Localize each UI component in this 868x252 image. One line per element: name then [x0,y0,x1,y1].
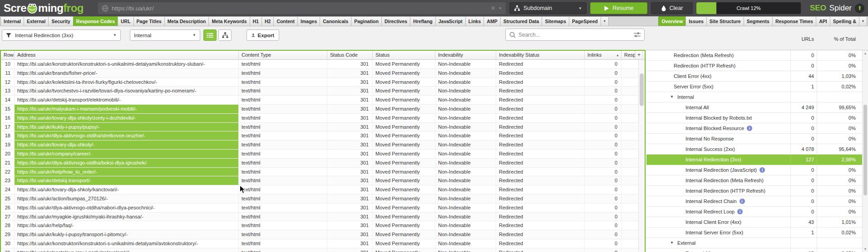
indexability-status-cell[interactable]: Redirected [496,213,585,221]
inlinks-cell[interactable]: 0 [585,239,621,248]
row-number-cell[interactable]: 20 [1,150,15,158]
overview-item-internal-blocked-by-robots-txt[interactable]: Internal Blocked by Robots.txt00% [646,113,862,123]
content-type-cell[interactable]: text/html [239,176,327,185]
tab-api[interactable]: API [816,16,830,26]
content-type-cell[interactable]: text/html [239,114,327,122]
content-type-cell[interactable]: text/html [239,168,327,176]
tab-spelling[interactable]: Spelling & [830,16,859,26]
inlinks-cell[interactable]: 0 [585,168,621,176]
content-type-cell[interactable]: text/html [239,221,327,230]
table-scrollbar-thumb[interactable] [640,73,644,106]
scroll-up-icon[interactable]: ▲ [863,52,868,55]
indexability-status-cell[interactable]: Redirected [496,239,585,248]
address-cell[interactable]: https://bi.ua/ukr/malyukam-i-mamam/podve… [15,105,239,113]
indexability-status-cell[interactable]: Redirected [496,248,585,252]
address-cell[interactable]: https://bi.ua/ukr/myagkie-igrushki/myaki… [15,213,239,221]
content-type-cell[interactable]: text/html [239,204,327,212]
status-cell[interactable]: Moved Permanently [373,204,435,212]
indexability-cell[interactable]: Non-Indexable [435,239,496,248]
url-bar[interactable]: ✕ ▼ [98,2,506,14]
status-cell[interactable]: Moved Permanently [373,213,435,221]
info-icon[interactable]: i [760,167,765,173]
tab-response-times[interactable]: Response Times [772,16,816,26]
row-number-cell[interactable]: 14 [1,96,15,104]
row-number-cell[interactable]: 12 [1,78,15,87]
indexability-cell[interactable]: Non-Indexable [435,114,496,122]
address-cell[interactable]: https://bi.ua/ukr/detskij-transport/elek… [15,96,239,104]
overview-item-internal-redirection-meta-refresh[interactable]: Internal Redirection (Meta Refresh)00% [646,175,862,186]
inlinks-cell[interactable]: 0 [585,131,621,140]
indexability-cell[interactable]: Non-Indexable [435,131,496,140]
table-row[interactable]: 24https://bi.ua/ukr/tovary-dlja-shkoly/k… [1,185,645,194]
list-view-button[interactable] [203,29,217,41]
row-number-cell[interactable]: 15 [1,105,15,113]
status-code-cell[interactable]: 301 [327,248,373,252]
status-code-cell[interactable]: 301 [327,230,373,239]
overview-item-internal-redirection-javascript[interactable]: Internal Redirection (JavaScript)i00% [646,165,862,175]
status-cell[interactable]: Moved Permanently [373,78,435,87]
content-type-cell[interactable]: text/html [239,150,327,158]
indexability-cell[interactable]: Non-Indexable [435,221,496,230]
status-code-cell[interactable]: 301 [327,213,373,221]
indexability-cell[interactable]: Non-Indexable [435,176,496,185]
address-cell[interactable]: https://bi.ua/ukr/tvorchestvo-i-razvitie… [15,87,239,95]
inlinks-cell[interactable]: 0 [585,150,621,158]
address-cell[interactable]: https://bi.ua/ukr/kolektsiini-ta-ihrovi-… [15,78,239,87]
table-row[interactable]: 16https://bi.ua/ukr/tovary-dlja-shkoly/z… [1,114,645,123]
column-header-status-code[interactable]: Status Code [327,51,373,60]
indexability-cell[interactable]: Non-Indexable [435,123,496,131]
status-cell[interactable]: Moved Permanently [373,96,435,104]
info-icon[interactable]: i [737,209,743,214]
table-row[interactable]: 27https://bi.ua/ukr/myagkie-igrushki/mya… [1,213,645,222]
indexability-status-cell[interactable]: Redirected [496,230,585,239]
overview-item-internal-all[interactable]: Internal All4 24999,65% [646,102,862,113]
status-code-cell[interactable]: 301 [327,69,373,78]
status-code-cell[interactable]: 301 [327,159,373,167]
status-cell[interactable]: Moved Permanently [373,87,435,95]
row-number-cell[interactable]: 24 [1,185,15,194]
status-code-cell[interactable]: 301 [327,194,373,203]
indexability-cell[interactable]: Non-Indexable [435,105,496,113]
indexability-cell[interactable]: Non-Indexable [435,213,496,221]
tree-view-button[interactable] [218,29,232,41]
status-code-cell[interactable]: 301 [327,176,373,185]
tab-security[interactable]: Security [48,16,73,26]
column-header-inlinks[interactable]: Inlinks▲ [585,51,621,60]
content-type-cell[interactable]: text/html [239,123,327,131]
content-type-cell[interactable]: text/html [239,105,327,113]
status-code-cell[interactable]: 301 [327,204,373,212]
status-code-cell[interactable]: 301 [327,114,373,122]
indexability-cell[interactable]: Non-Indexable [435,87,496,95]
status-cell[interactable]: Moved Permanently [373,141,435,149]
status-cell[interactable]: Moved Permanently [373,194,435,203]
overview-item-redirection-meta-refresh[interactable]: Redirection (Meta Refresh)00% [646,50,862,61]
address-cell[interactable]: https://bi.ua/ukr/konstruktori/konstrukt… [15,239,239,248]
overview-item-internal-no-response[interactable]: Internal No Response00% [646,134,862,144]
table-row[interactable]: 15https://bi.ua/ukr/malyukam-i-mamam/pod… [1,105,645,114]
tab-amp[interactable]: AMP [483,16,500,26]
overview-item-client-error-4xx[interactable]: Client Error (4xx)441,03% [646,71,862,82]
row-number-cell[interactable]: 31 [1,248,15,252]
tab-pagespeed[interactable]: PageSpeed [569,16,601,26]
indexability-cell[interactable]: Non-Indexable [435,78,496,87]
status-cell[interactable]: Moved Permanently [373,123,435,131]
indexability-cell[interactable]: Non-Indexable [435,159,496,167]
table-row[interactable]: 18https://bi.ua/ukr/dlya-aktivnogo-otdih… [1,131,645,141]
tab-h1[interactable]: H1 [250,16,262,26]
column-header-row[interactable]: Row [1,51,15,60]
row-number-cell[interactable]: 26 [1,204,15,212]
filter-dropdown[interactable]: Internal Redirection (3xx) ▼ [2,29,121,41]
info-icon[interactable]: i [747,126,752,131]
indexability-status-cell[interactable]: Redirected [496,114,585,122]
address-cell[interactable]: https://bi.ua/ukr/konstruktori/konstrukt… [15,60,239,68]
overview-item-internal-success-2xx[interactable]: Internal Success (2xx)4 07895,64% [646,144,862,155]
clear-button[interactable]: Clear [651,2,693,14]
tab-pagination[interactable]: Pagination [351,16,382,26]
status-code-cell[interactable]: 301 [327,96,373,104]
row-number-cell[interactable]: 23 [1,176,15,185]
column-header-content-type[interactable]: Content Type [239,51,327,60]
indexability-cell[interactable]: Non-Indexable [435,69,496,78]
collapse-triangle-icon[interactable]: ▼ [670,92,674,102]
clear-url-icon[interactable]: ✕ [491,5,495,11]
content-type-cell[interactable]: text/html [239,185,327,194]
